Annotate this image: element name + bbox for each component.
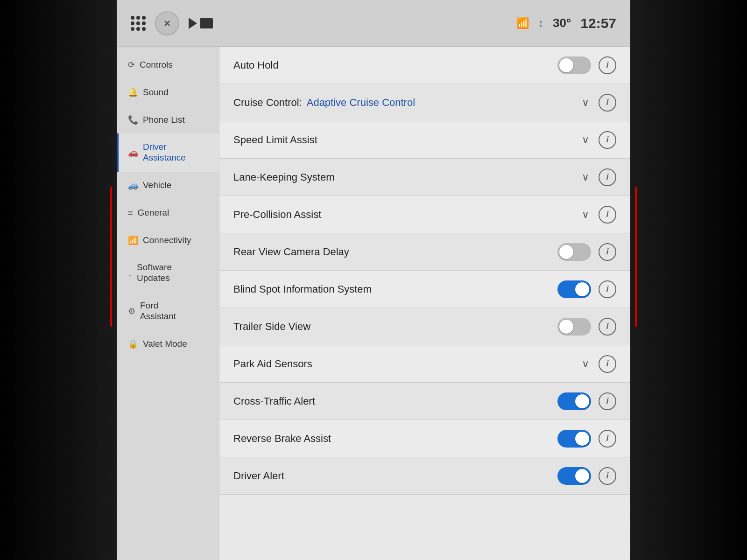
- connectivity-label: Connectivity: [143, 235, 191, 246]
- software-updates-icon: ↓: [128, 268, 132, 278]
- park-aid-row: Park Aid Sensors ∨ i: [219, 345, 630, 383]
- pre-collision-label: Pre-Collision Assist: [233, 209, 582, 221]
- cross-traffic-toggle[interactable]: [557, 392, 591, 410]
- trailer-side-toggle[interactable]: [557, 318, 591, 336]
- park-aid-label: Park Aid Sensors: [233, 358, 582, 370]
- close-button[interactable]: ×: [155, 11, 179, 35]
- cruise-control-content: Cruise Control: Adaptive Cruise Control: [233, 97, 415, 109]
- rear-view-camera-toggle[interactable]: [557, 243, 591, 261]
- content-area: ⟳ Controls 🔔 Sound 📞 Phone List 🚗 Driver…: [117, 47, 630, 560]
- pre-collision-row: Pre-Collision Assist ∨ i: [219, 196, 630, 233]
- lane-keeping-info[interactable]: i: [599, 168, 616, 186]
- lane-keeping-label: Lane-Keeping System: [233, 171, 582, 183]
- cross-traffic-info[interactable]: i: [599, 392, 616, 410]
- controls-icon: ⟳: [128, 60, 135, 70]
- speed-limit-assist-label: Speed Limit Assist: [233, 134, 582, 146]
- cruise-control-row: Cruise Control: Adaptive Cruise Control …: [219, 84, 630, 121]
- rear-view-camera-row: Rear View Camera Delay i: [219, 233, 630, 271]
- reverse-brake-toggle[interactable]: [557, 430, 591, 448]
- reverse-brake-row: Reverse Brake Assist i: [219, 420, 630, 457]
- general-label: General: [138, 208, 169, 218]
- lane-keeping-chevron[interactable]: ∨: [582, 171, 589, 183]
- sound-icon: 🔔: [128, 87, 138, 98]
- software-updates-label: SoftwareUpdates: [137, 262, 172, 284]
- cross-traffic-knob: [575, 394, 589, 408]
- media-bar-icon: [200, 18, 213, 28]
- driver-alert-info[interactable]: i: [599, 467, 616, 485]
- lane-keeping-row: Lane-Keeping System ∨ i: [219, 159, 630, 196]
- side-panel-left: [0, 0, 117, 560]
- driver-alert-toggle[interactable]: [557, 467, 591, 485]
- sidebar-item-valet-mode[interactable]: 🔒 Valet Mode: [117, 330, 219, 358]
- sidebar-item-vehicle[interactable]: 🚙 Vehicle: [117, 172, 219, 199]
- driver-alert-toggle-wrapper: i: [557, 467, 616, 485]
- cruise-control-label: Cruise Control:: [233, 97, 302, 109]
- park-aid-chevron[interactable]: ∨: [582, 358, 589, 370]
- sidebar-item-sound[interactable]: 🔔 Sound: [117, 79, 219, 106]
- speed-limit-chevron[interactable]: ∨: [582, 134, 589, 146]
- settings-panel: Auto Hold i Cruise Control: Adaptive Cru…: [219, 47, 630, 560]
- sidebar-item-connectivity[interactable]: 📶 Connectivity: [117, 227, 219, 254]
- ford-assistant-icon: ⚙: [128, 306, 135, 316]
- pre-collision-chevron[interactable]: ∨: [582, 209, 589, 221]
- cross-traffic-row: Cross-Traffic Alert i: [219, 383, 630, 420]
- speed-limit-assist-row: Speed Limit Assist ∨ i: [219, 121, 630, 159]
- sidebar-item-phone-list[interactable]: 📞 Phone List: [117, 106, 219, 134]
- sidebar-item-driver-assistance[interactable]: 🚗 DriverAssistance: [117, 133, 219, 172]
- trailer-side-toggle-wrapper: i: [557, 318, 616, 336]
- auto-hold-row: Auto Hold i: [219, 47, 630, 84]
- cross-traffic-label: Cross-Traffic Alert: [233, 395, 557, 407]
- outer-wrapper: × 📶 ↕ 30° 12:57 ⟳ Controls: [0, 0, 747, 560]
- vehicle-label: Vehicle: [143, 180, 171, 191]
- valet-mode-icon: 🔒: [128, 339, 138, 349]
- auto-hold-label: Auto Hold: [233, 59, 557, 71]
- trailer-side-knob: [559, 320, 573, 334]
- phone-icon: 📞: [128, 115, 138, 125]
- main-screen: × 📶 ↕ 30° 12:57 ⟳ Controls: [117, 0, 630, 560]
- rear-view-toggle-wrapper: i: [557, 243, 616, 261]
- rear-view-camera-info[interactable]: i: [599, 243, 616, 261]
- connectivity-icon: 📶: [128, 235, 138, 245]
- valet-mode-label: Valet Mode: [143, 339, 187, 350]
- header-left: ×: [131, 11, 213, 35]
- grid-menu-icon[interactable]: [131, 16, 146, 31]
- header-right: 📶 ↕ 30° 12:57: [516, 15, 616, 31]
- driver-alert-row: Driver Alert i: [219, 457, 630, 495]
- cruise-control-value: Adaptive Cruise Control: [307, 97, 415, 109]
- reverse-brake-info[interactable]: i: [599, 430, 616, 448]
- reverse-brake-label: Reverse Brake Assist: [233, 433, 557, 445]
- speed-limit-info[interactable]: i: [599, 131, 616, 149]
- signal-icon: ↕: [538, 17, 543, 29]
- vehicle-icon: 🚙: [128, 180, 138, 190]
- play-icon: [189, 18, 197, 29]
- blind-spot-toggle[interactable]: [557, 280, 591, 298]
- clock-display: 12:57: [580, 15, 616, 31]
- blind-spot-info[interactable]: i: [599, 280, 616, 298]
- trailer-side-info[interactable]: i: [599, 318, 616, 336]
- blind-spot-label: Blind Spot Information System: [233, 283, 557, 295]
- cruise-control-info[interactable]: i: [599, 94, 616, 112]
- rear-view-knob: [559, 245, 573, 259]
- trailer-side-row: Trailer Side View i: [219, 308, 630, 345]
- phone-list-label: Phone List: [143, 115, 185, 126]
- media-icon: [189, 18, 213, 29]
- sound-label: Sound: [143, 87, 169, 98]
- rear-view-camera-label: Rear View Camera Delay: [233, 246, 557, 258]
- sidebar-item-general[interactable]: ≡ General: [117, 199, 219, 227]
- auto-hold-toggle[interactable]: [557, 56, 591, 74]
- sidebar-item-controls[interactable]: ⟳ Controls: [117, 51, 219, 79]
- park-aid-info[interactable]: i: [599, 355, 616, 373]
- reverse-brake-toggle-wrapper: i: [557, 430, 616, 448]
- cruise-control-chevron[interactable]: ∨: [582, 97, 589, 109]
- blind-spot-toggle-wrapper: i: [557, 280, 616, 298]
- wifi-icon: 📶: [516, 17, 529, 29]
- auto-hold-knob: [559, 58, 573, 72]
- auto-hold-toggle-wrapper: i: [557, 56, 616, 74]
- controls-label: Controls: [140, 60, 173, 70]
- pre-collision-info[interactable]: i: [599, 206, 616, 224]
- sidebar-item-software-updates[interactable]: ↓ SoftwareUpdates: [117, 254, 219, 292]
- auto-hold-info[interactable]: i: [599, 56, 616, 74]
- cross-traffic-toggle-wrapper: i: [557, 392, 616, 410]
- sidebar-item-ford-assistant[interactable]: ⚙ FordAssistant: [117, 292, 219, 330]
- driver-assistance-icon: 🚗: [128, 147, 138, 158]
